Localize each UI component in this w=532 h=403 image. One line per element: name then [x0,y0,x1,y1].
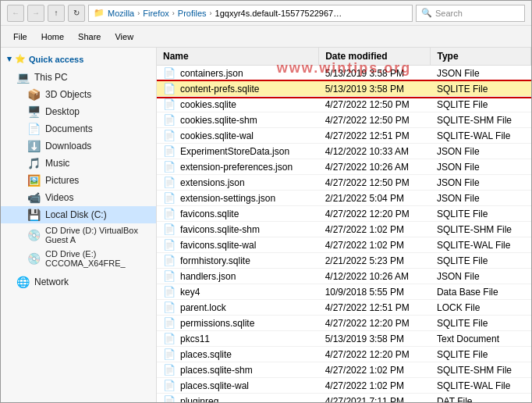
file-icon: 📄 [163,130,176,141]
local-disk-icon: 💾 [27,209,41,221]
arrow-2: › [172,9,175,17]
file-icon: 📄 [163,145,176,157]
file-name-cell: 📄favicons.sqlite-shm [157,222,319,237]
cd-drive-e-icon: 💿 [27,252,41,265]
sidebar-item-this-pc-label: This PC [34,72,68,83]
file-modified-cell: 5/13/2019 3:58 PM [319,331,431,347]
refresh-button[interactable]: ↻ [68,5,85,22]
forward-button[interactable]: → [27,5,44,22]
table-header: Name Date modified Type [157,48,531,66]
table-row[interactable]: 📄favicons.sqlite-shm4/27/2022 1:02 PMSQL… [157,222,531,237]
file-name-cell: 📄key4 [157,284,319,300]
file-name-text: places.sqlite-wal [180,380,249,391]
share-menu-button[interactable]: Share [72,28,107,45]
sidebar-item-cd-drive-d[interactable]: 💿 CD Drive (D:) VirtualBox Guest A [1,223,156,247]
view-menu-button[interactable]: View [108,28,140,45]
sidebar-item-downloads[interactable]: ⬇️ Downloads [1,137,156,155]
file-type-cell: Text Document [431,331,531,347]
sidebar-item-network-label: Network [34,276,69,287]
back-button[interactable]: ← [7,5,24,22]
file-name-cell: 📄formhistory.sqlite [157,253,319,269]
sidebar-item-documents[interactable]: 📄 Documents [1,120,156,137]
sidebar-item-cd-drive-e[interactable]: 💿 CD Drive (E:) CCCOMA_X64FRE_ [1,247,156,270]
file-name-cell: 📄pluginreg [157,394,319,403]
table-row[interactable]: 📄cookies.sqlite4/27/2022 12:50 PMSQLITE … [157,97,531,112]
file-name-text: cookies.sqlite-shm [180,115,257,126]
table-row[interactable]: 📄containers.json5/13/2019 3:58 PMJSON Fi… [157,66,531,81]
table-row[interactable]: 📄extension-settings.json2/21/2022 5:04 P… [157,191,531,206]
file-type-cell: JSON File [431,159,531,175]
table-row[interactable]: 📄key410/9/2018 5:55 PMData Base File [157,284,531,300]
sidebar-item-pictures[interactable]: 🖼️ Pictures [1,172,156,189]
table-row[interactable]: 📄permissions.sqlite4/27/2022 12:20 PMSQL… [157,316,531,331]
table-row[interactable]: 📄formhistory.sqlite2/21/2022 5:23 PMSQLI… [157,253,531,269]
file-name-text: parent.lock [180,302,226,313]
breadcrumb-mozilla[interactable]: Mozilla [108,9,134,18]
table-row[interactable]: 📄parent.lock4/27/2022 12:51 PMLOCK File [157,300,531,316]
table-row[interactable]: 📄cookies.sqlite-wal4/27/2022 12:51 PMSQL… [157,128,531,144]
table-row[interactable]: 📄places.sqlite4/27/2022 12:20 PMSQLITE F… [157,347,531,362]
sidebar-item-music[interactable]: 🎵 Music [1,155,156,172]
file-icon: 📄 [163,255,176,266]
table-row[interactable]: 📄extensions.json4/27/2022 12:50 PMJSON F… [157,175,531,191]
file-name-text: permissions.sqlite [180,318,254,329]
table-row[interactable]: 📄pluginreg4/27/2021 7:11 PMDAT File [157,394,531,403]
quick-access-section: ▾ ⭐ Quick access [1,51,156,66]
col-type[interactable]: Type [431,48,531,66]
breadcrumb-profiles[interactable]: Profiles [178,9,207,18]
file-modified-cell: 4/27/2022 12:20 PM [319,347,431,362]
file-area: www.wintips.org Name Date modified Type … [157,48,531,402]
table-row[interactable]: 📄extension-preferences.json4/27/2022 10:… [157,159,531,175]
file-name-cell: 📄favicons.sqlite [157,206,319,222]
sidebar-item-3dobjects[interactable]: 📦 3D Objects [1,86,156,103]
address-bar[interactable]: 📁 Mozilla › Firefox › Profiles › 1gqxyr4… [88,5,413,22]
file-type-cell: SQLITE File [431,97,531,112]
file-icon: 📄 [163,177,176,188]
file-icon: 📄 [163,380,176,391]
table-row[interactable]: 📄favicons.sqlite4/27/2022 12:20 PMSQLITE… [157,206,531,222]
pictures-icon: 🖼️ [27,174,41,187]
sidebar-item-local-disk[interactable]: 💾 Local Disk (C:) [1,206,156,223]
file-modified-cell: 4/27/2022 1:02 PM [319,362,431,378]
search-box[interactable]: 🔍 Search [416,5,525,22]
sidebar-item-desktop-label: Desktop [45,106,80,117]
home-menu-button[interactable]: Home [35,28,70,45]
quick-access-header[interactable]: ▾ ⭐ Quick access [1,51,156,66]
table-row[interactable]: 📄places.sqlite-shm4/27/2022 1:02 PMSQLIT… [157,362,531,378]
sidebar-item-this-pc[interactable]: 💻 This PC [1,69,156,86]
file-name-cell: 📄favicons.sqlite-wal [157,237,319,253]
file-table: Name Date modified Type 📄containers.json… [157,48,531,402]
file-modified-cell: 4/27/2021 7:11 PM [319,394,431,403]
file-name-text: ExperimentStoreData.json [180,146,289,157]
quick-access-label: Quick access [29,55,83,64]
breadcrumb-firefox[interactable]: Firefox [143,9,169,18]
col-modified[interactable]: Date modified [319,48,431,66]
table-row[interactable]: 📄pkcs115/13/2019 3:58 PMText Document [157,331,531,347]
sidebar-item-desktop[interactable]: 🖥️ Desktop [1,103,156,120]
file-type-cell: SQLITE File [431,347,531,362]
file-icon: 📄 [163,98,176,110]
file-scroll[interactable]: Name Date modified Type 📄containers.json… [157,48,531,402]
table-row[interactable]: 📄handlers.json4/12/2022 10:26 AMJSON Fil… [157,269,531,284]
folder-icon: 📁 [94,8,105,18]
file-type-cell: JSON File [431,269,531,284]
sidebar-item-videos[interactable]: 📹 Videos [1,189,156,206]
documents-icon: 📄 [27,123,41,135]
sidebar-item-downloads-label: Downloads [45,141,91,152]
chevron-down-icon: ▾ [7,54,12,64]
this-pc-section: 💻 This PC 📦 3D Objects 🖥️ Desktop 📄 Docu… [1,69,156,270]
col-name[interactable]: Name [157,48,319,66]
file-name-text: extension-settings.json [180,193,275,204]
file-name-text: pkcs11 [180,333,210,344]
table-row[interactable]: 📄content-prefs.sqlite5/13/2019 3:58 PMSQ… [157,81,531,97]
table-row[interactable]: 📄cookies.sqlite-shm4/27/2022 12:50 PMSQL… [157,112,531,128]
up-button[interactable]: ↑ [48,5,65,22]
table-row[interactable]: 📄places.sqlite-wal4/27/2022 1:02 PMSQLIT… [157,378,531,394]
sidebar-item-network[interactable]: 🌐 Network [1,273,156,291]
file-type-cell: LOCK File [431,300,531,316]
table-row[interactable]: 📄favicons.sqlite-wal4/27/2022 1:02 PMSQL… [157,237,531,253]
file-name-text: content-prefs.sqlite [180,84,259,95]
table-row[interactable]: 📄ExperimentStoreData.json4/12/2022 10:33… [157,144,531,159]
file-menu-button[interactable]: File [7,28,34,45]
file-name-cell: 📄pkcs11 [157,331,319,347]
